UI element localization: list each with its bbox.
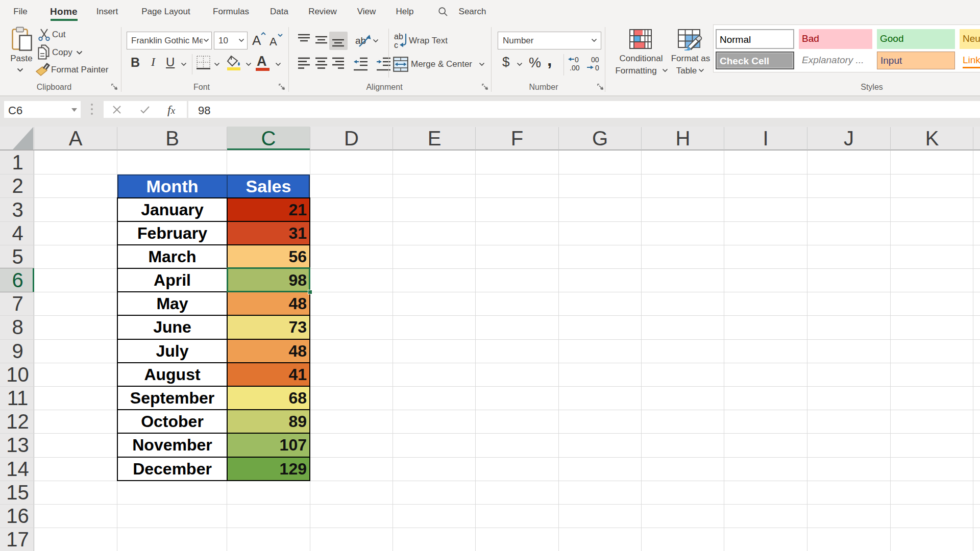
svg-text:0: 0 xyxy=(575,56,579,64)
svg-text:0: 0 xyxy=(595,64,599,71)
svg-text:.00: .00 xyxy=(570,64,580,71)
svg-text:A: A xyxy=(252,33,261,48)
svg-text:00: 00 xyxy=(591,56,599,64)
svg-text:A: A xyxy=(270,35,277,48)
svg-text:ab: ab xyxy=(394,32,403,41)
svg-text:c: c xyxy=(394,41,398,49)
